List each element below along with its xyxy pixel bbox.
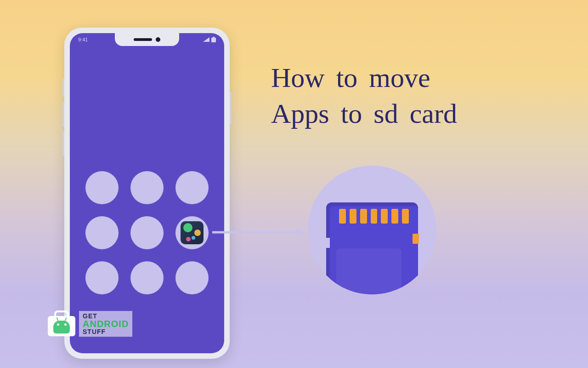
phone-mockup: 9:41 [64, 28, 230, 359]
phone-screen: 9:41 [70, 33, 224, 353]
phone-volume-down [62, 131, 64, 156]
sd-card-icon [326, 202, 418, 294]
speaker-slot [134, 38, 152, 41]
app-grid [85, 171, 209, 294]
title-line-1: How to move [271, 60, 457, 96]
signal-icon [203, 37, 209, 42]
app-placeholder [130, 216, 164, 249]
watermark-line-1: GET [83, 313, 129, 319]
phone-volume-up [62, 101, 64, 126]
page-title: How to move Apps to sd card [271, 60, 457, 132]
watermark-text: GET ANDROID STUFF [79, 311, 132, 337]
front-camera [156, 37, 160, 42]
sd-card-bubble [308, 166, 436, 294]
app-placeholder [175, 261, 209, 294]
watermark-line-3: STUFF [83, 328, 129, 335]
title-line-2: Apps to sd card [271, 96, 457, 132]
battery-icon [211, 37, 216, 42]
app-placeholder [85, 171, 119, 204]
watermark-bag-icon [48, 311, 75, 336]
app-placeholder [130, 171, 164, 204]
app-placeholder [130, 261, 164, 294]
phone-mute-switch [62, 78, 64, 97]
phone-notch [115, 33, 179, 46]
svg-rect-1 [211, 38, 216, 42]
planets-app-icon [181, 221, 204, 244]
app-placeholder [85, 216, 119, 249]
status-time: 9:41 [78, 37, 88, 42]
app-placeholder [175, 171, 209, 204]
app-placeholder [85, 261, 119, 294]
watermark-logo: GET ANDROID STUFF [48, 311, 132, 337]
app-moving [175, 216, 209, 249]
status-bar: 9:41 [70, 33, 224, 49]
svg-rect-0 [213, 37, 215, 38]
arrow-right-icon [212, 225, 304, 239]
status-icons [203, 37, 216, 42]
phone-power-button [230, 92, 232, 124]
watermark-line-2: ANDROID [83, 319, 129, 328]
